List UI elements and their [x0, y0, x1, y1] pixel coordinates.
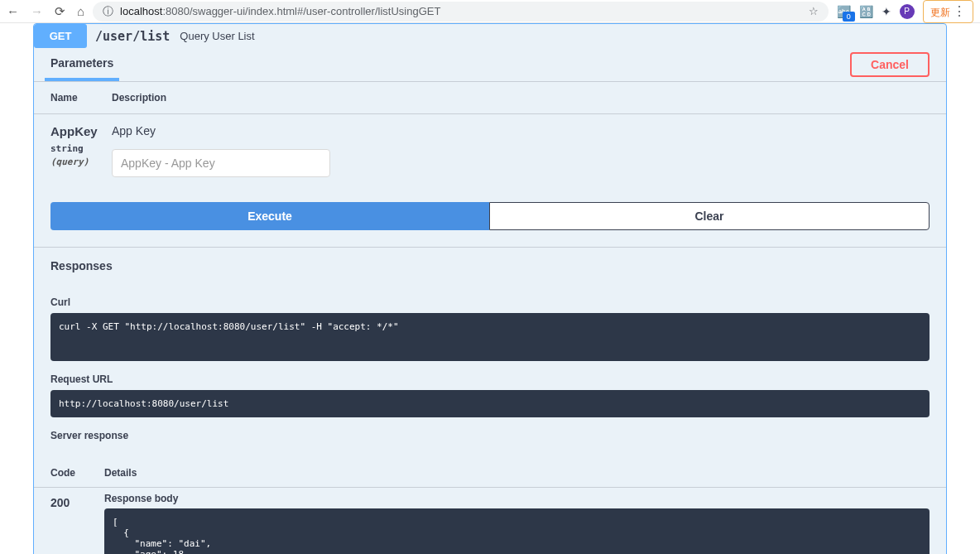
parameter-description: App Key	[112, 124, 930, 137]
forward-icon[interactable]: →	[31, 4, 43, 18]
tabs-bar: Parameters Cancel	[34, 48, 946, 82]
reload-icon[interactable]: ⟳	[55, 4, 65, 19]
column-name: Name	[50, 92, 112, 104]
clear-button[interactable]: Clear	[489, 202, 930, 230]
column-description: Description	[112, 92, 166, 104]
action-buttons: Execute Clear	[34, 185, 946, 247]
browser-toolbar: ← → ⟳ ⌂ ⓘ localhost:8080/swagger-ui/inde…	[0, 0, 980, 23]
parameter-in: (query)	[50, 157, 112, 167]
bookmark-star-icon[interactable]: ☆	[809, 5, 819, 17]
server-response-label: Server response	[50, 417, 930, 446]
response-body-box[interactable]: [ { "name": "dai", "age": 18,	[104, 508, 930, 554]
details-column-header: Details	[104, 467, 137, 479]
extension-icons: 🔤0 🔠 ✦ P 更新 ⋮	[837, 0, 973, 23]
code-column-header: Code	[50, 467, 104, 479]
server-response-header: Code Details	[34, 459, 946, 488]
translate-ext-icon[interactable]: 🔤0	[837, 5, 851, 18]
update-button[interactable]: 更新 ⋮	[923, 0, 973, 23]
cancel-button[interactable]: Cancel	[850, 52, 930, 77]
extensions-icon[interactable]: ✦	[882, 5, 891, 18]
profile-avatar[interactable]: P	[900, 4, 915, 19]
request-url-box[interactable]: http://localhost:8080/user/list	[50, 390, 930, 417]
response-body-label: Response body	[104, 493, 930, 504]
responses-section: Curl curl -X GET "http://localhost:8080/…	[34, 284, 946, 459]
parameters-tab[interactable]: Parameters	[45, 48, 119, 81]
parameter-name: AppKey	[50, 124, 112, 138]
parameter-input[interactable]	[112, 149, 330, 177]
home-icon[interactable]: ⌂	[77, 4, 84, 18]
request-url-label: Request URL	[50, 361, 930, 390]
parameter-type: string	[50, 143, 112, 154]
operation-block: GET /user/list Query User List Parameter…	[33, 23, 947, 554]
parameter-name-column: AppKey string (query)	[50, 123, 112, 167]
parameter-desc-column: App Key	[112, 123, 930, 177]
curl-label: Curl	[50, 284, 930, 313]
operation-description: Query User List	[180, 30, 254, 42]
parameter-header-row: Name Description	[34, 82, 946, 114]
http-method-badge: GET	[34, 24, 87, 48]
menu-dots-icon[interactable]: ⋮	[953, 4, 966, 18]
nav-controls: ← → ⟳ ⌂	[7, 4, 84, 19]
parameter-row: AppKey string (query) App Key	[34, 114, 946, 185]
response-details: Response body [ { "name": "dai", "age": …	[104, 493, 930, 554]
execute-button[interactable]: Execute	[50, 202, 489, 230]
curl-command-box[interactable]: curl -X GET "http://localhost:8080/user/…	[50, 313, 930, 361]
info-icon[interactable]: ⓘ	[103, 4, 113, 19]
responses-heading: Responses	[34, 247, 946, 284]
address-bar[interactable]: ⓘ localhost:8080/swagger-ui/index.html#/…	[93, 2, 829, 22]
translate-icon[interactable]: 🔠	[859, 5, 873, 18]
operation-path: /user/list	[95, 29, 170, 44]
response-code: 200	[50, 493, 104, 509]
operation-summary[interactable]: GET /user/list Query User List	[34, 24, 946, 48]
response-row: 200 Response body [ { "name": "dai", "ag…	[34, 488, 946, 554]
url-text: localhost:8080/swagger-ui/index.html#/us…	[120, 5, 802, 17]
back-icon[interactable]: ←	[7, 4, 19, 18]
